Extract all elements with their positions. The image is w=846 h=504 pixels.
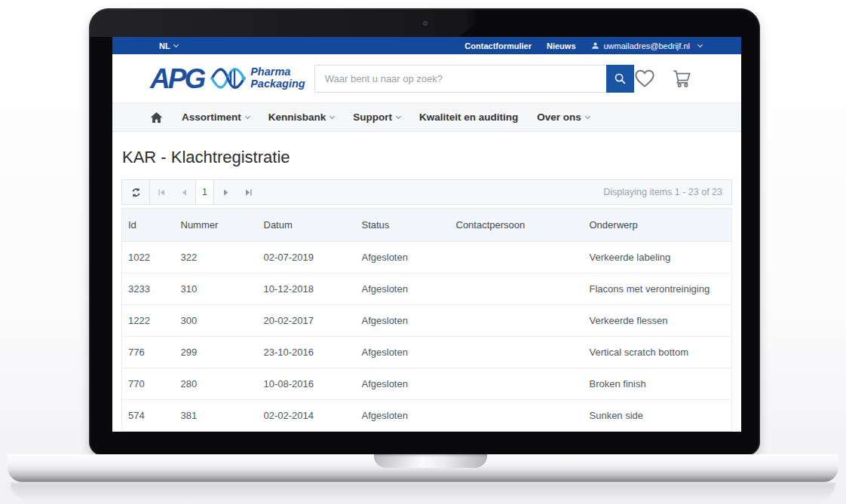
cell-id: 1222 (122, 305, 175, 337)
dna-logo-icon (210, 64, 246, 93)
browser-viewport: NL Contactformulier Nieuws uwmailadres@b… (112, 37, 741, 432)
cell-nummer: 310 (175, 273, 258, 305)
nav-item-label: Kwaliteit en auditing (419, 111, 518, 123)
column-header[interactable]: Status (356, 209, 450, 242)
first-page-button[interactable] (150, 180, 173, 204)
cell-id: 770 (122, 368, 175, 400)
cell-status: Afgesloten (356, 305, 450, 337)
nav-item[interactable]: Over ons (537, 111, 590, 123)
cell-id: 776 (122, 337, 175, 368)
cell-datum: 23-10-2016 (258, 337, 356, 368)
last-page-icon (244, 188, 253, 197)
last-page-button[interactable] (237, 180, 259, 204)
nav-item[interactable]: Kwaliteit en auditing (419, 111, 518, 123)
account-menu[interactable]: uwmailadres@bedrijf.nl (591, 41, 703, 50)
table-row[interactable]: 3233 310 10-12-2018 Afgesloten Flacons m… (122, 273, 732, 305)
cell-onderwerp: Broken finish (584, 368, 732, 400)
cell-datum: 02-07-2019 (258, 242, 356, 273)
language-selector[interactable]: NL (159, 41, 178, 50)
logo-tagline-line1: Pharma (250, 66, 305, 78)
language-label: NL (159, 41, 170, 50)
cell-id: 3233 (122, 273, 175, 305)
page-content: KAR - Klachtregistratie (112, 148, 741, 432)
search-input[interactable] (314, 65, 606, 93)
nav-home[interactable] (150, 111, 163, 124)
grid-toolbar: 1 Displaying items 1 - 23 of 23 (121, 179, 732, 205)
heart-icon (634, 69, 655, 88)
header-icons (634, 69, 693, 88)
page-title: KAR - Klachtregistratie (122, 148, 731, 167)
chevron-down-icon (697, 42, 703, 47)
cell-nummer: 299 (175, 337, 258, 368)
column-header[interactable]: Nummer (175, 209, 258, 242)
chevron-down-icon (330, 114, 335, 119)
cell-contactpersoon (450, 242, 584, 273)
cell-nummer: 381 (175, 400, 258, 432)
cart-button[interactable] (672, 69, 693, 88)
column-header[interactable]: Datum (258, 209, 356, 242)
site-logo[interactable]: APG Pharma Packaging (150, 64, 305, 93)
current-page: 1 (195, 180, 214, 204)
account-email: uwmailadres@bedrijf.nl (604, 41, 691, 50)
main-nav: Assortiment Kennisbank Support (112, 102, 741, 132)
column-header[interactable]: Onderwerp (584, 209, 732, 242)
cell-datum: 20-02-2017 (258, 305, 356, 337)
table-row[interactable]: 1022 322 02-07-2019 Afgesloten Verkeerde… (122, 242, 732, 273)
chevron-down-icon (173, 42, 179, 47)
nav-item-label: Over ons (537, 111, 581, 123)
cell-status: Afgesloten (356, 242, 450, 273)
topbar-link-nieuws[interactable]: Nieuws (547, 41, 576, 50)
cell-contactpersoon (450, 368, 584, 400)
webcam (423, 21, 428, 26)
cell-contactpersoon (450, 400, 584, 432)
cell-contactpersoon (450, 337, 584, 368)
table-row[interactable]: 770 280 10-08-2016 Afgesloten Broken fin… (122, 368, 732, 400)
prev-page-button[interactable] (173, 180, 195, 204)
cell-contactpersoon (450, 305, 584, 337)
laptop-base (8, 454, 838, 482)
cell-datum: 10-12-2018 (258, 273, 356, 305)
nav-item[interactable]: Kennisbank (268, 111, 335, 123)
nav-item[interactable]: Assortiment (182, 111, 250, 123)
user-icon (591, 41, 599, 50)
next-page-icon (222, 188, 230, 197)
cell-status: Afgesloten (356, 337, 450, 368)
cell-contactpersoon (450, 273, 584, 305)
cell-onderwerp: Verkeerde labeling (584, 242, 732, 273)
table-row[interactable]: 1222 300 20-02-2017 Afgesloten Verkeerde… (122, 305, 732, 337)
photo-background: NL Contactformulier Nieuws uwmailadres@b… (0, 0, 846, 504)
laptop-lid: NL Contactformulier Nieuws uwmailadres@b… (89, 8, 760, 456)
search-bar (314, 65, 634, 93)
first-page-icon (158, 188, 166, 197)
logo-acronym: APG (150, 65, 204, 93)
cell-status: Afgesloten (356, 400, 450, 432)
prev-page-icon (180, 188, 189, 197)
column-header[interactable]: Contactpersoon (450, 209, 584, 242)
search-button[interactable] (606, 65, 634, 93)
nav-item-label: Assortiment (182, 111, 241, 123)
nav-item[interactable]: Support (353, 111, 400, 123)
cell-onderwerp: Verkeerde flessen (584, 305, 732, 337)
search-icon (614, 72, 627, 85)
cell-id: 1022 (122, 242, 175, 273)
next-page-button[interactable] (214, 180, 237, 204)
complaints-grid: IdNummerDatumStatusContactpersoonOnderwe… (121, 208, 732, 432)
table-row[interactable]: 574 381 02-02-2014 Afgesloten Sunken sid… (122, 400, 732, 432)
table-row[interactable]: 776 299 23-10-2016 Afgesloten Vertical s… (122, 337, 732, 368)
chevron-down-icon (245, 114, 250, 119)
cell-onderwerp: Sunken side (584, 400, 732, 432)
chevron-down-icon (585, 114, 590, 119)
topbar-link-contactformulier[interactable]: Contactformulier (464, 41, 532, 50)
cell-datum: 10-08-2016 (258, 368, 356, 400)
chevron-down-icon (396, 114, 401, 119)
pager-status: Displaying items 1 - 23 of 23 (603, 180, 731, 204)
wishlist-button[interactable] (634, 69, 655, 88)
refresh-button[interactable] (122, 180, 150, 204)
table-header-row: IdNummerDatumStatusContactpersoonOnderwe… (122, 209, 732, 242)
refresh-icon (130, 187, 142, 198)
column-header[interactable]: Id (122, 209, 175, 242)
laptop-reflection (11, 483, 835, 501)
nav-item-label: Kennisbank (268, 111, 326, 123)
cart-icon (672, 69, 693, 88)
nav-item-label: Support (353, 111, 392, 123)
